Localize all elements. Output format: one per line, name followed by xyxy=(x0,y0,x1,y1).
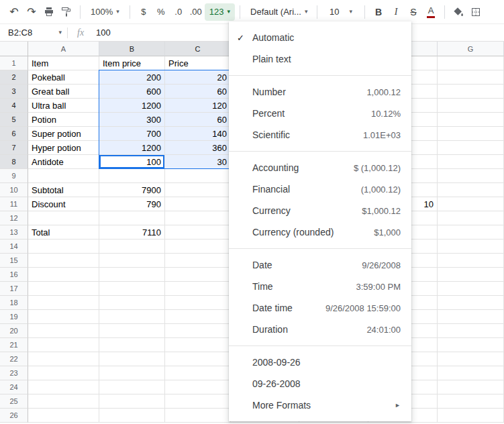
cell-C2[interactable]: 20 xyxy=(165,70,231,85)
row-header-6[interactable]: 6 xyxy=(0,127,28,141)
text-color-button[interactable]: A xyxy=(422,3,440,21)
cell-A11[interactable]: Discount xyxy=(28,197,99,211)
cell-B8[interactable]: 100 xyxy=(99,155,165,169)
row-header-10[interactable]: 10 xyxy=(0,183,28,197)
cell-C15[interactable] xyxy=(165,254,231,268)
cell-G1[interactable] xyxy=(438,56,504,70)
cell-G7[interactable] xyxy=(438,141,504,155)
cell-B9[interactable] xyxy=(99,169,165,183)
cell-B22[interactable] xyxy=(99,352,165,366)
cell-C24[interactable] xyxy=(165,380,231,394)
menu-item-more-formats[interactable]: More Formats► xyxy=(229,394,411,416)
row-header-5[interactable]: 5 xyxy=(0,113,28,127)
cell-C23[interactable] xyxy=(165,366,231,380)
row-header-15[interactable]: 15 xyxy=(0,254,28,268)
cell-C21[interactable] xyxy=(165,338,231,352)
cell-C22[interactable] xyxy=(165,352,231,366)
cell-A24[interactable] xyxy=(28,380,99,394)
menu-item-2008-09-26[interactable]: 2008-09-26 xyxy=(229,352,411,373)
cell-A21[interactable] xyxy=(28,338,99,352)
row-header-3[interactable]: 3 xyxy=(0,85,28,99)
row-header-22[interactable]: 22 xyxy=(0,352,28,366)
menu-item-automatic[interactable]: ✓Automatic xyxy=(229,27,411,48)
cell-A9[interactable] xyxy=(28,169,99,183)
cell-B20[interactable] xyxy=(99,324,165,338)
row-header-21[interactable]: 21 xyxy=(0,338,28,352)
cell-A10[interactable]: Subtotal xyxy=(28,183,99,197)
decrease-decimal-button[interactable]: .0 xyxy=(170,3,187,21)
cell-G2[interactable] xyxy=(438,70,504,85)
number-format-button[interactable]: 123 ▾ xyxy=(205,3,235,21)
column-header-b[interactable]: B xyxy=(99,42,165,56)
menu-item-date[interactable]: Date9/26/2008 xyxy=(229,254,411,276)
cell-C5[interactable]: 60 xyxy=(165,113,231,127)
cell-B17[interactable] xyxy=(99,282,165,296)
cell-B21[interactable] xyxy=(99,338,165,352)
cell-B25[interactable] xyxy=(99,394,165,409)
column-header-a[interactable]: A xyxy=(28,42,99,56)
row-header-14[interactable]: 14 xyxy=(0,240,28,254)
cell-C16[interactable] xyxy=(165,268,231,282)
cell-B18[interactable] xyxy=(99,296,165,310)
cell-A19[interactable] xyxy=(28,310,99,324)
cell-C7[interactable]: 360 xyxy=(165,141,231,155)
cell-B3[interactable]: 600 xyxy=(99,85,165,99)
undo-button[interactable]: ↶ xyxy=(5,3,23,21)
cell-G10[interactable] xyxy=(438,183,504,197)
row-header-11[interactable]: 11 xyxy=(0,197,28,211)
cell-G6[interactable] xyxy=(438,127,504,141)
print-button[interactable] xyxy=(40,3,58,21)
cell-G26[interactable] xyxy=(438,409,504,423)
cell-B4[interactable]: 1200 xyxy=(99,99,165,113)
cell-G15[interactable] xyxy=(438,254,504,268)
cell-C4[interactable]: 120 xyxy=(165,99,231,113)
cell-C14[interactable] xyxy=(165,240,231,254)
redo-button[interactable]: ↷ xyxy=(23,3,40,21)
cell-A12[interactable] xyxy=(28,211,99,225)
cell-G25[interactable] xyxy=(438,394,504,409)
row-header-16[interactable]: 16 xyxy=(0,268,28,282)
cell-A13[interactable]: Total xyxy=(28,225,99,240)
row-header-25[interactable]: 25 xyxy=(0,394,28,409)
cell-G16[interactable] xyxy=(438,268,504,282)
cell-C18[interactable] xyxy=(165,296,231,310)
font-size-select[interactable]: 10 ▾ xyxy=(322,3,360,21)
name-box[interactable]: B2:C8 ▾ xyxy=(0,24,67,41)
cell-A3[interactable]: Great ball xyxy=(28,85,99,99)
cell-B26[interactable] xyxy=(99,409,165,423)
cell-B19[interactable] xyxy=(99,310,165,324)
row-header-19[interactable]: 19 xyxy=(0,310,28,324)
cell-B14[interactable] xyxy=(99,240,165,254)
row-header-7[interactable]: 7 xyxy=(0,141,28,155)
menu-item-plain-text[interactable]: Plain text xyxy=(229,48,411,70)
menu-item-percent[interactable]: Percent10.12% xyxy=(229,103,411,124)
cell-A1[interactable]: Item xyxy=(28,56,99,70)
cell-C9[interactable] xyxy=(165,169,231,183)
row-header-13[interactable]: 13 xyxy=(0,225,28,240)
cell-G18[interactable] xyxy=(438,296,504,310)
cell-B16[interactable] xyxy=(99,268,165,282)
select-all-corner[interactable] xyxy=(0,42,28,56)
menu-item-currency[interactable]: Currency$1,000.12 xyxy=(229,200,411,221)
cell-G20[interactable] xyxy=(438,324,504,338)
row-header-12[interactable]: 12 xyxy=(0,211,28,225)
cell-G12[interactable] xyxy=(438,211,504,225)
cell-B12[interactable] xyxy=(99,211,165,225)
cell-B10[interactable]: 7900 xyxy=(99,183,165,197)
cell-C3[interactable]: 60 xyxy=(165,85,231,99)
cell-C19[interactable] xyxy=(165,310,231,324)
menu-item-currency-rounded[interactable]: Currency (rounded)$1,000 xyxy=(229,221,411,243)
cell-A6[interactable]: Super potion xyxy=(28,127,99,141)
cell-C10[interactable] xyxy=(165,183,231,197)
row-header-24[interactable]: 24 xyxy=(0,380,28,394)
cell-C26[interactable] xyxy=(165,409,231,423)
row-header-17[interactable]: 17 xyxy=(0,282,28,296)
cell-A18[interactable] xyxy=(28,296,99,310)
italic-button[interactable]: I xyxy=(387,3,405,21)
cell-A2[interactable]: Pokeball xyxy=(28,70,99,85)
cell-B13[interactable]: 7110 xyxy=(99,225,165,240)
cell-C12[interactable] xyxy=(165,211,231,225)
cell-A14[interactable] xyxy=(28,240,99,254)
menu-item-accounting[interactable]: Accounting$ (1,000.12) xyxy=(229,157,411,178)
cell-G14[interactable] xyxy=(438,240,504,254)
